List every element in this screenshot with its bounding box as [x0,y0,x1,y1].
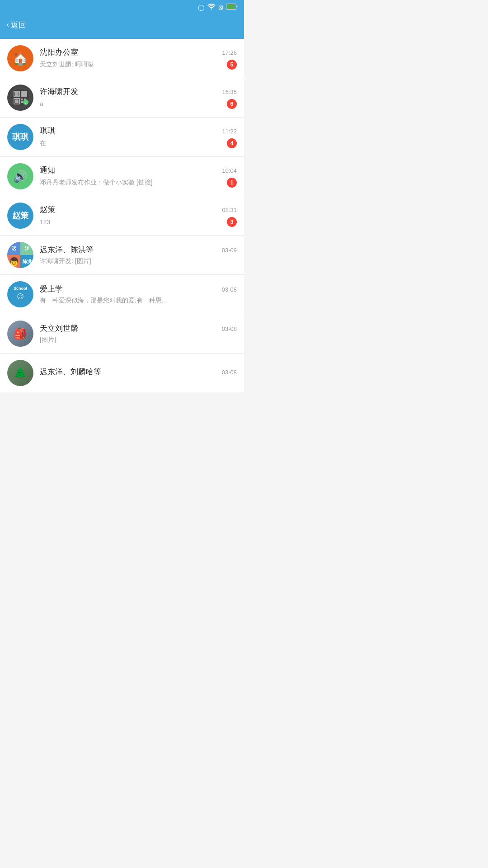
message-preview: 在 [40,139,223,147]
header: ‹ 返回 [0,14,244,39]
message-time: 11:22 [222,128,237,135]
status-icons: ◯ ⊠ [198,4,238,11]
message-content: 迟东洋、陈洪等 03-09 许海啸开发: [图片] [40,245,237,265]
sim-icon: ⊠ [218,4,223,11]
avatar: ♪ [7,85,33,111]
message-content: 天立刘世麟 03-08 [图片] [40,323,237,344]
unread-badge: 3 [227,217,237,227]
battery-icon [226,4,238,11]
avatar-label: 赵策 [12,210,28,221]
unread-badge: 6 [227,99,237,109]
message-bottom: 许海啸开发: [图片] [40,257,237,265]
wifi-icon [207,4,216,11]
list-item[interactable]: 🎒 天立刘世麟 03-08 [图片] [0,314,244,354]
svg-rect-9 [21,99,23,100]
message-content: 沈阳办公室 17:26 天立刘世麟: 呵呵哒 5 [40,47,237,70]
contact-name: 赵策 [40,204,55,215]
back-chevron: ‹ [6,20,9,29]
message-preview: [图片] [40,336,237,344]
message-bottom: 有一种爱深似海，那是您对我的爱;有一种恩... [40,297,237,305]
message-content: 赵策 08:31 123 3 [40,204,237,227]
message-time: 03-09 [222,247,237,254]
message-time: 10:04 [222,167,237,174]
contact-name: 通知 [40,165,55,175]
house-icon: 🏠 [13,51,28,66]
contact-name: 琪琪 [40,126,55,136]
message-preview: 有一种爱深似海，那是您对我的爱;有一种恩... [40,297,237,305]
speaker-icon: 🔊 [13,170,28,184]
message-top: 沈阳办公室 17:26 [40,47,237,57]
message-time: 03-08 [222,326,237,332]
message-content: 迟东洋、刘麟哈等 03-08 [40,367,237,379]
avatar-photo2: 🌲 [7,360,33,386]
message-preview: 123 [40,218,223,226]
contact-name: 迟东洋、陈洪等 [40,245,94,255]
message-time: 08:31 [222,207,237,213]
unread-badge: 4 [227,138,237,148]
list-item[interactable]: 🌲 迟东洋、刘麟哈等 03-08 [0,354,244,392]
message-top: 天立刘世麟 03-08 [40,323,237,334]
contact-name: 爱上学 [40,284,63,294]
message-top: 赵策 08:31 [40,204,237,215]
message-top: 许海啸开发 15:35 [40,86,237,97]
avatar: 🏠 [7,45,33,71]
message-bottom: [图片] [40,336,237,344]
message-bottom: 邓丹丹老师发布作业：做个小实验 [链接] 1 [40,178,237,188]
contact-name: 天立刘世麟 [40,323,78,334]
message-preview: a [40,100,223,108]
contact-name: 沈阳办公室 [40,47,78,57]
message-bottom: a 6 [40,99,237,109]
message-top: 迟东洋、刘麟哈等 03-08 [40,367,237,377]
message-content: 许海啸开发 15:35 a 6 [40,86,237,109]
back-label: 返回 [11,20,26,30]
message-preview: 许海啸开发: [图片] [40,257,237,265]
back-button[interactable]: ‹ 返回 [6,20,26,30]
list-item[interactable]: 琪琪 琪琪 11:22 在 4 [0,118,244,157]
message-content: 爱上学 03-08 有一种爱深似海，那是您对我的爱;有一种恩... [40,284,237,305]
smiley-icon: ☺ [15,291,25,302]
list-item[interactable]: School ☺ 爱上学 03-08 有一种爱深似海，那是您对我的爱;有一种恩.… [0,275,244,314]
unread-badge: 5 [227,60,237,70]
message-content: 通知 10:04 邓丹丹老师发布作业：做个小实验 [链接] 1 [40,165,237,188]
list-item[interactable]: 🔊 通知 10:04 邓丹丹老师发布作业：做个小实验 [链接] 1 [0,157,244,196]
alarm-icon: ◯ [198,4,205,11]
svg-rect-4 [15,92,19,96]
list-item[interactable]: 赵策 赵策 08:31 123 3 [0,196,244,236]
message-top: 琪琪 11:22 [40,126,237,136]
avatar-photo: 🎒 [7,321,33,347]
list-item[interactable]: 迟 洋 👦 陈洪 迟东洋、陈洪等 03-09 许海啸开发: [图片] [0,236,244,275]
message-bottom: 天立刘世麟: 呵呵哒 5 [40,60,237,70]
message-preview: 邓丹丹老师发布作业：做个小实验 [链接] [40,179,223,187]
message-bottom: 123 3 [40,217,237,227]
svg-rect-8 [15,99,19,103]
message-preview: 天立刘世麟: 呵呵哒 [40,61,223,69]
list-item[interactable]: 🏠 沈阳办公室 17:26 天立刘世麟: 呵呵哒 5 [0,39,244,78]
message-content: 琪琪 11:22 在 4 [40,126,237,148]
svg-text:♪: ♪ [25,101,27,105]
message-time: 17:26 [222,49,237,56]
svg-rect-1 [227,5,235,9]
contact-name: 许海啸开发 [40,86,78,97]
avatar-school: School ☺ [7,281,33,307]
status-bar: ◯ ⊠ [0,0,244,14]
unread-badge: 1 [227,178,237,188]
avatar: 琪琪 [7,124,33,150]
message-time: 03-08 [222,369,237,376]
svg-rect-11 [21,101,23,103]
message-list: 🏠 沈阳办公室 17:26 天立刘世麟: 呵呵哒 5 [0,39,244,392]
avatar: 🔊 [7,163,33,189]
message-time: 15:35 [222,89,237,95]
avatar: 赵策 [7,203,33,229]
message-time: 03-08 [222,286,237,293]
message-top: 爱上学 03-08 [40,284,237,294]
contact-name: 迟东洋、刘麟哈等 [40,367,101,377]
avatar-group: 迟 洋 👦 陈洪 [7,242,33,268]
avatar-label: 琪琪 [12,132,28,142]
message-top: 通知 10:04 [40,165,237,175]
message-top: 迟东洋、陈洪等 03-09 [40,245,237,255]
message-bottom: 在 4 [40,138,237,148]
svg-rect-6 [22,92,26,96]
list-item[interactable]: ♪ 许海啸开发 15:35 a 6 [0,78,244,118]
